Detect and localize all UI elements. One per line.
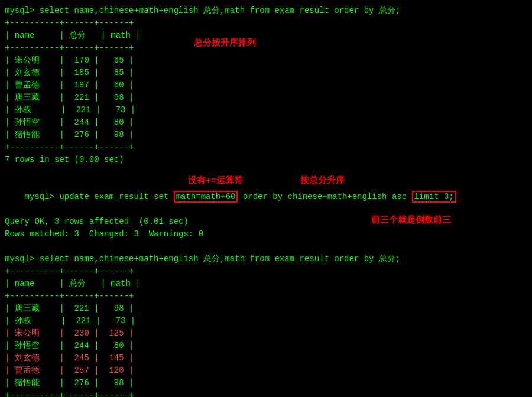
- query1-line: mysql> select name,chinese+math+english …: [5, 5, 527, 17]
- row6-line: | 孙悟空 | 244 | 80 |: [5, 116, 527, 129]
- header2-line: | name | 总分 | math |: [5, 278, 527, 290]
- row2-6-line: | 曹孟德 | 257 | 120 |: [5, 365, 527, 377]
- row2-5-line: | 刘玄德 | 245 | 145 |: [5, 352, 527, 365]
- update-middle: order by chinese+math+english asc: [238, 192, 411, 201]
- row2-2-line: | 孙权 | 221 | 73 |: [5, 315, 527, 327]
- sep2-line: +----------+------+------+: [5, 42, 527, 54]
- header-line: | name | 总分 | math |: [5, 30, 527, 42]
- rows1-line: 7 rows in set (0.00 sec): [5, 154, 527, 166]
- sep4-line: +----------+------+------+: [5, 265, 527, 278]
- update-highlight1: math=math+60: [174, 191, 238, 203]
- row3-line: | 曹孟德 | 197 | 60 |: [5, 79, 527, 92]
- rows-matched-line: Rows matched: 3 Changed: 3 Warnings: 0: [5, 228, 527, 240]
- annotation-asc-total: 按总分升序: [300, 175, 345, 186]
- row4-line: | 唐三藏 | 221 | 98 |: [5, 92, 527, 104]
- row7-line: | 猪悟能 | 276 | 98 |: [5, 129, 527, 141]
- update-line: mysql> update exam_result set math=math+…: [5, 178, 527, 216]
- row2-7-line: | 猪悟能 | 276 | 98 |: [5, 377, 527, 389]
- row2-line: | 刘玄德 | 185 | 85 |: [5, 67, 527, 79]
- blank2: [5, 240, 527, 253]
- row1-line: | 宋公明 | 170 | 65 |: [5, 54, 527, 67]
- row2-4-line: | 孙悟空 | 244 | 80 |: [5, 340, 527, 352]
- sep6-line: +----------+------+------+: [5, 389, 527, 397]
- row5-line: | 孙权 | 221 | 73 |: [5, 104, 527, 116]
- annotation-no-plus-eq: 没有+=运算符: [188, 175, 243, 186]
- annotation-front-three: 前三个就是倒数前三: [371, 214, 451, 226]
- update-before: mysql> update exam_result set: [25, 192, 174, 201]
- sep1-line: +----------+------+------+: [5, 17, 527, 30]
- sep3-line: +----------+------+------+: [5, 141, 527, 154]
- annotation-asc-order: 总分按升序排列: [194, 37, 256, 48]
- query2-line: mysql> select name,chinese+math+english …: [5, 253, 527, 265]
- sep5-line: +----------+------+------+: [5, 290, 527, 302]
- row2-3-line: | 宋公明 | 230 | 125 |: [5, 327, 527, 340]
- blank1: [5, 166, 527, 178]
- terminal: mysql> select name,chinese+math+english …: [5, 5, 527, 397]
- update-highlight2: limit 3;: [412, 191, 456, 203]
- row2-1-line: | 唐三藏 | 221 | 98 |: [5, 302, 527, 315]
